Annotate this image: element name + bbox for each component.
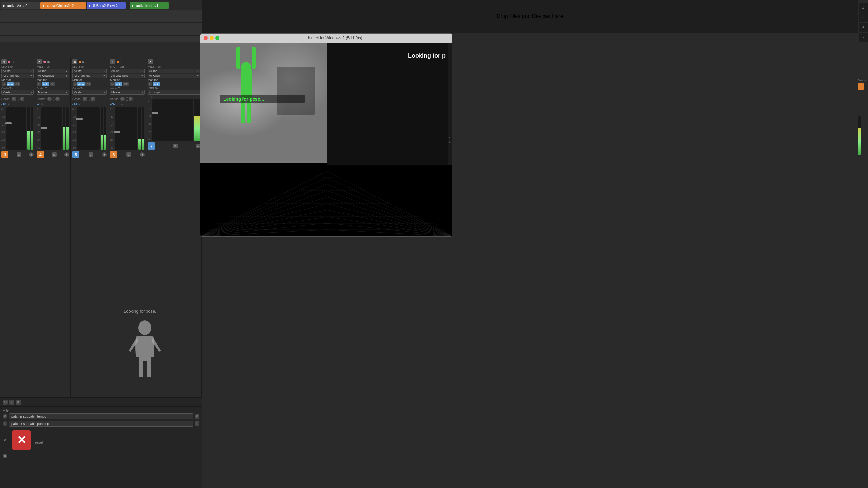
ch4-monitor-label: Monitor [110,78,145,82]
ch3-badge: 5 [72,151,80,158]
filter-remove-btn-3[interactable]: ✕ [3,438,7,443]
ch2-circle-btn[interactable]: ● [64,152,69,157]
window-close-btn[interactable] [204,36,208,40]
figure-torso-area [236,46,256,99]
clip-improvisation[interactable]: ▶ activeImprov1 [129,2,168,9]
monitor-off-btn[interactable]: Off [85,82,91,86]
clip-activechorus[interactable]: ▶ activeChorus2_2 [40,2,86,9]
monitor-auto-btn[interactable]: Auto [115,82,122,86]
empty-row-5 [0,36,202,42]
filter-remove-btn-4[interactable]: ✕ [3,454,7,458]
ch5-channel-dropdown[interactable]: All Chan ▼ [148,73,200,78]
ch2-fader-thumb[interactable] [41,127,47,129]
monitor-in-btn[interactable]: In [110,82,115,86]
filter-close-btn-2[interactable]: ✕ [195,421,199,426]
ch4-circle-btn[interactable]: ● [140,152,145,157]
svg-line-11 [200,230,327,236]
ch2-input-dropdown[interactable]: All Ins ▼ [37,69,69,73]
monitor-auto-btn[interactable]: Auto [78,82,85,86]
ch4-send-b-knob[interactable] [129,97,133,101]
ch4-output-dropdown[interactable]: Master ▼ [110,90,145,95]
filter-close-btn-1[interactable]: ✕ [195,414,199,419]
monitor-auto-btn[interactable]: Auto [153,82,160,86]
ch3-circle-btn[interactable]: ● [102,152,107,157]
monitor-off-btn[interactable]: Off [14,82,20,86]
ch5-s-btn[interactable]: S [173,144,178,148]
ch1-circle-btn[interactable]: ● [29,152,33,157]
ch5-fader-thumb[interactable] [152,111,158,113]
ch2-fader-track[interactable] [41,107,62,150]
ch4-fader-thumb[interactable] [114,131,120,133]
ch3-meter-2 [104,107,106,150]
ch2-send-a-knob[interactable] [47,97,52,101]
reset-x-button[interactable]: ✕ [12,430,31,450]
ch2-s-btn[interactable]: S [52,152,57,157]
ch5-fader-track[interactable] [152,99,193,141]
chevron-down-icon: ▼ [196,75,199,77]
monitor-off-btn[interactable]: Off [123,82,129,86]
ch3-fader-thumb[interactable] [76,118,83,120]
ch1-channel-dropdown[interactable]: All Channels ▼ [1,73,33,78]
ch1-s-btn[interactable]: S [17,152,21,157]
ch4-send-a-knob[interactable] [120,97,125,101]
monitor-in-btn[interactable]: In [2,82,6,86]
ch3-output-dropdown[interactable]: Master ▼ [72,90,107,95]
ch3-channel-dropdown[interactable]: All Channels ▼ [72,73,107,78]
filter-remove-btn-2[interactable]: ✕ [3,421,7,426]
monitor-auto-btn[interactable]: Auto [42,82,49,86]
ch1-dot-num: 12 [11,60,14,64]
depth-image: Looking for pose... [200,43,328,163]
clip-bells[interactable]: ▶ 8-Bells2 Slow 3 [87,2,126,9]
ch5-no-output[interactable]: No Output [148,90,200,95]
monitor-in-btn[interactable]: In [37,82,41,86]
monitor-off-btn[interactable]: Off [50,82,55,86]
ch1-output-dropdown[interactable]: Master ▼ [1,90,33,95]
ch1-send-a-knob[interactable] [12,97,16,101]
ch1-send-b-knob[interactable] [20,97,24,101]
orange-sends-btn[interactable] [858,83,864,90]
clip-activeverse2[interactable]: ▶ activeVerse2 [1,2,40,9]
ch3-db-display: -13.6 [72,102,80,106]
ch1-fader-thumb[interactable] [5,122,12,124]
ch3-number: 6 [72,59,78,64]
ch4-input-dropdown[interactable]: All Ins ▼ [110,69,145,73]
ch3-send-a-knob[interactable] [83,97,87,101]
monitor-in-btn[interactable]: In [148,82,152,86]
svg-point-0 [138,321,151,335]
right-numbers: 4 5 6 7 [859,3,868,42]
ch3-fader-track[interactable] [77,107,100,150]
ch2-send-b-knob[interactable] [55,97,60,101]
ch2-sends-row: Sends AB [37,96,69,102]
play-icon: ▶ [3,4,6,7]
ch5-circle-btn[interactable]: ● [195,144,200,148]
x-icon: ✕ [17,434,26,446]
drop-files-area[interactable]: Drop Files and Devices Here [202,0,858,33]
toolbar-btn-3[interactable]: ✕ [16,399,21,405]
ch3-audio-to-label: Audio To [72,87,107,90]
ch1-input-dropdown[interactable]: All Ins ▼ [1,69,33,73]
ch4-s-btn[interactable]: S [126,152,131,157]
ch2-channel-dropdown[interactable]: All Channels ▼ [37,73,69,78]
ch4-channel-dropdown[interactable]: All Channels ▼ [110,73,145,78]
monitor-in-btn[interactable]: In [72,82,77,86]
grid-svg [200,165,452,236]
ch2-output-dropdown[interactable]: Master ▼ [37,90,69,95]
row-num-4: 4 [859,3,868,13]
ch5-input-dropdown[interactable]: All Ins ▼ [148,69,200,73]
window-minimize-btn[interactable] [210,36,214,40]
scroll-down-arrow[interactable]: ▲ [448,140,452,143]
toolbar-btn-2[interactable]: ↺ [9,399,14,405]
ch1-number: 4 [1,59,6,64]
ch1-meter-2-fill [31,131,33,150]
ch3-fader-meter: 0 -12 -24 -36 -48 -60 [72,107,107,150]
scroll-up-arrow[interactable]: ▲ [448,136,452,139]
window-maximize-btn[interactable] [215,36,219,40]
ch3-send-b-knob[interactable] [91,97,95,101]
ch3-s-btn[interactable]: S [89,152,93,157]
ch3-input-dropdown[interactable]: All Ins ▼ [72,69,107,73]
monitor-auto-btn[interactable]: Auto [6,82,14,86]
ch4-fader-track[interactable] [115,107,137,150]
toolbar-btn-1[interactable]: ⬡ [3,399,8,405]
filter-remove-btn-1[interactable]: ✕ [3,414,7,419]
ch1-fader-track[interactable] [6,107,26,150]
